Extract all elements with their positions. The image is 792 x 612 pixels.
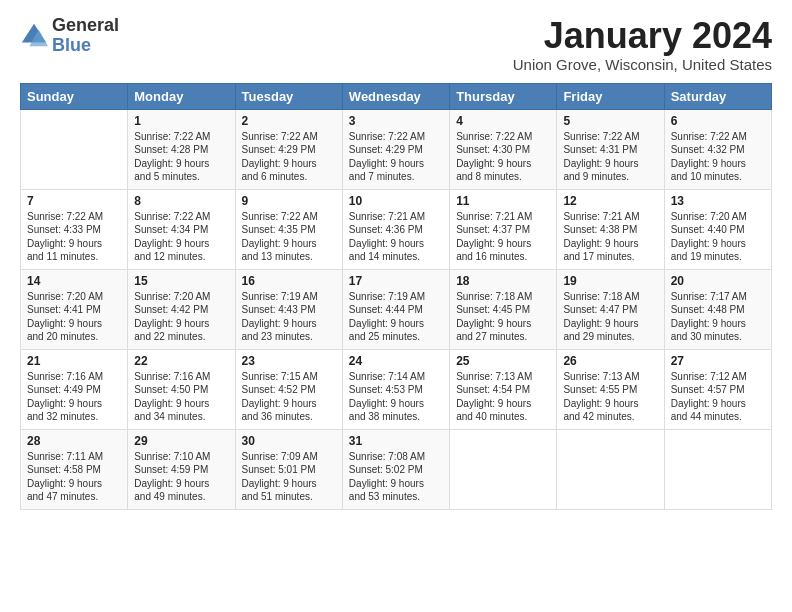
day-cell-1-2: 9Sunrise: 7:22 AMSunset: 4:35 PMDaylight… — [235, 189, 342, 269]
day-number: 29 — [134, 434, 228, 448]
day-number: 17 — [349, 274, 443, 288]
day-cell-0-4: 4Sunrise: 7:22 AMSunset: 4:30 PMDaylight… — [450, 109, 557, 189]
day-cell-0-0 — [21, 109, 128, 189]
day-info: Sunrise: 7:19 AMSunset: 4:43 PMDaylight:… — [242, 290, 336, 344]
day-cell-4-2: 30Sunrise: 7:09 AMSunset: 5:01 PMDayligh… — [235, 429, 342, 509]
weekday-wednesday: Wednesday — [342, 83, 449, 109]
day-info: Sunrise: 7:18 AMSunset: 4:47 PMDaylight:… — [563, 290, 657, 344]
day-cell-4-0: 28Sunrise: 7:11 AMSunset: 4:58 PMDayligh… — [21, 429, 128, 509]
day-number: 8 — [134, 194, 228, 208]
day-cell-3-0: 21Sunrise: 7:16 AMSunset: 4:49 PMDayligh… — [21, 349, 128, 429]
day-cell-4-4 — [450, 429, 557, 509]
day-info: Sunrise: 7:16 AMSunset: 4:50 PMDaylight:… — [134, 370, 228, 424]
day-info: Sunrise: 7:21 AMSunset: 4:36 PMDaylight:… — [349, 210, 443, 264]
day-info: Sunrise: 7:22 AMSunset: 4:34 PMDaylight:… — [134, 210, 228, 264]
week-row-0: 1Sunrise: 7:22 AMSunset: 4:28 PMDaylight… — [21, 109, 772, 189]
day-info: Sunrise: 7:16 AMSunset: 4:49 PMDaylight:… — [27, 370, 121, 424]
day-number: 13 — [671, 194, 765, 208]
weekday-monday: Monday — [128, 83, 235, 109]
week-row-3: 21Sunrise: 7:16 AMSunset: 4:49 PMDayligh… — [21, 349, 772, 429]
day-cell-2-2: 16Sunrise: 7:19 AMSunset: 4:43 PMDayligh… — [235, 269, 342, 349]
day-cell-3-1: 22Sunrise: 7:16 AMSunset: 4:50 PMDayligh… — [128, 349, 235, 429]
day-info: Sunrise: 7:22 AMSunset: 4:29 PMDaylight:… — [242, 130, 336, 184]
day-number: 5 — [563, 114, 657, 128]
day-number: 6 — [671, 114, 765, 128]
day-cell-2-0: 14Sunrise: 7:20 AMSunset: 4:41 PMDayligh… — [21, 269, 128, 349]
day-cell-2-1: 15Sunrise: 7:20 AMSunset: 4:42 PMDayligh… — [128, 269, 235, 349]
day-cell-1-3: 10Sunrise: 7:21 AMSunset: 4:36 PMDayligh… — [342, 189, 449, 269]
day-info: Sunrise: 7:09 AMSunset: 5:01 PMDaylight:… — [242, 450, 336, 504]
logo-text: General Blue — [52, 16, 119, 56]
calendar-body: 1Sunrise: 7:22 AMSunset: 4:28 PMDaylight… — [21, 109, 772, 509]
day-number: 19 — [563, 274, 657, 288]
day-cell-3-6: 27Sunrise: 7:12 AMSunset: 4:57 PMDayligh… — [664, 349, 771, 429]
calendar-header: Sunday Monday Tuesday Wednesday Thursday… — [21, 83, 772, 109]
day-number: 23 — [242, 354, 336, 368]
day-cell-0-6: 6Sunrise: 7:22 AMSunset: 4:32 PMDaylight… — [664, 109, 771, 189]
day-cell-3-3: 24Sunrise: 7:14 AMSunset: 4:53 PMDayligh… — [342, 349, 449, 429]
logo: General Blue — [20, 16, 119, 56]
day-number: 3 — [349, 114, 443, 128]
day-number: 4 — [456, 114, 550, 128]
day-number: 9 — [242, 194, 336, 208]
day-number: 14 — [27, 274, 121, 288]
day-number: 27 — [671, 354, 765, 368]
day-number: 24 — [349, 354, 443, 368]
day-info: Sunrise: 7:14 AMSunset: 4:53 PMDaylight:… — [349, 370, 443, 424]
day-cell-0-2: 2Sunrise: 7:22 AMSunset: 4:29 PMDaylight… — [235, 109, 342, 189]
day-cell-3-2: 23Sunrise: 7:15 AMSunset: 4:52 PMDayligh… — [235, 349, 342, 429]
day-info: Sunrise: 7:21 AMSunset: 4:37 PMDaylight:… — [456, 210, 550, 264]
day-info: Sunrise: 7:10 AMSunset: 4:59 PMDaylight:… — [134, 450, 228, 504]
day-info: Sunrise: 7:08 AMSunset: 5:02 PMDaylight:… — [349, 450, 443, 504]
day-number: 21 — [27, 354, 121, 368]
week-row-4: 28Sunrise: 7:11 AMSunset: 4:58 PMDayligh… — [21, 429, 772, 509]
day-number: 7 — [27, 194, 121, 208]
day-cell-0-1: 1Sunrise: 7:22 AMSunset: 4:28 PMDaylight… — [128, 109, 235, 189]
day-info: Sunrise: 7:12 AMSunset: 4:57 PMDaylight:… — [671, 370, 765, 424]
weekday-friday: Friday — [557, 83, 664, 109]
day-cell-2-4: 18Sunrise: 7:18 AMSunset: 4:45 PMDayligh… — [450, 269, 557, 349]
day-number: 30 — [242, 434, 336, 448]
day-number: 2 — [242, 114, 336, 128]
logo-blue-text: Blue — [52, 36, 119, 56]
day-cell-1-5: 12Sunrise: 7:21 AMSunset: 4:38 PMDayligh… — [557, 189, 664, 269]
weekday-thursday: Thursday — [450, 83, 557, 109]
day-info: Sunrise: 7:22 AMSunset: 4:30 PMDaylight:… — [456, 130, 550, 184]
day-info: Sunrise: 7:22 AMSunset: 4:35 PMDaylight:… — [242, 210, 336, 264]
day-info: Sunrise: 7:21 AMSunset: 4:38 PMDaylight:… — [563, 210, 657, 264]
day-cell-2-5: 19Sunrise: 7:18 AMSunset: 4:47 PMDayligh… — [557, 269, 664, 349]
day-number: 1 — [134, 114, 228, 128]
title-block: January 2024 Union Grove, Wisconsin, Uni… — [513, 16, 772, 73]
day-info: Sunrise: 7:22 AMSunset: 4:28 PMDaylight:… — [134, 130, 228, 184]
day-number: 20 — [671, 274, 765, 288]
day-cell-1-1: 8Sunrise: 7:22 AMSunset: 4:34 PMDaylight… — [128, 189, 235, 269]
day-info: Sunrise: 7:11 AMSunset: 4:58 PMDaylight:… — [27, 450, 121, 504]
day-number: 28 — [27, 434, 121, 448]
day-number: 22 — [134, 354, 228, 368]
logo-general-text: General — [52, 16, 119, 36]
day-number: 26 — [563, 354, 657, 368]
day-info: Sunrise: 7:22 AMSunset: 4:31 PMDaylight:… — [563, 130, 657, 184]
day-cell-1-6: 13Sunrise: 7:20 AMSunset: 4:40 PMDayligh… — [664, 189, 771, 269]
day-info: Sunrise: 7:20 AMSunset: 4:40 PMDaylight:… — [671, 210, 765, 264]
weekday-row: Sunday Monday Tuesday Wednesday Thursday… — [21, 83, 772, 109]
day-info: Sunrise: 7:15 AMSunset: 4:52 PMDaylight:… — [242, 370, 336, 424]
day-info: Sunrise: 7:13 AMSunset: 4:55 PMDaylight:… — [563, 370, 657, 424]
day-cell-3-4: 25Sunrise: 7:13 AMSunset: 4:54 PMDayligh… — [450, 349, 557, 429]
day-number: 16 — [242, 274, 336, 288]
day-info: Sunrise: 7:17 AMSunset: 4:48 PMDaylight:… — [671, 290, 765, 344]
day-number: 11 — [456, 194, 550, 208]
logo-icon — [20, 22, 48, 50]
day-cell-0-3: 3Sunrise: 7:22 AMSunset: 4:29 PMDaylight… — [342, 109, 449, 189]
day-number: 25 — [456, 354, 550, 368]
day-info: Sunrise: 7:13 AMSunset: 4:54 PMDaylight:… — [456, 370, 550, 424]
page: General Blue January 2024 Union Grove, W… — [0, 0, 792, 520]
day-info: Sunrise: 7:18 AMSunset: 4:45 PMDaylight:… — [456, 290, 550, 344]
calendar-table: Sunday Monday Tuesday Wednesday Thursday… — [20, 83, 772, 510]
location: Union Grove, Wisconsin, United States — [513, 56, 772, 73]
header: General Blue January 2024 Union Grove, W… — [20, 16, 772, 73]
day-info: Sunrise: 7:22 AMSunset: 4:32 PMDaylight:… — [671, 130, 765, 184]
weekday-sunday: Sunday — [21, 83, 128, 109]
day-number: 18 — [456, 274, 550, 288]
day-info: Sunrise: 7:19 AMSunset: 4:44 PMDaylight:… — [349, 290, 443, 344]
